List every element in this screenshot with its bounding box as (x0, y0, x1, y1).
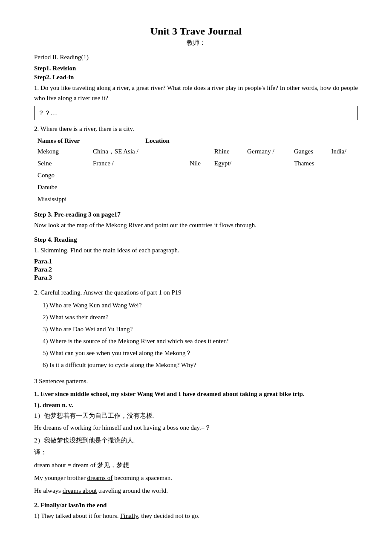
example2: He always dreams about traveling around … (34, 486, 358, 496)
table-row: Mississippi (34, 193, 358, 205)
list-item: 3) Who are Dao Wei and Yu Hang? (43, 324, 358, 334)
para2-label: Para.2 (34, 266, 358, 273)
river-danube: Danube (34, 181, 89, 193)
col-header-location: Location (89, 136, 186, 145)
step1-heading: Step1. Revision (34, 65, 358, 72)
ganges-loc: India/ (328, 145, 358, 157)
step3-text: Now look at the map of the Mekong River … (34, 220, 358, 230)
step4-heading: Step 4. Reading (34, 236, 358, 243)
empty16 (89, 193, 186, 205)
example1: My younger brother dreams of becoming a … (34, 473, 358, 483)
table-row: Congo (34, 169, 358, 181)
empty1 (186, 145, 211, 157)
nile: Nile (186, 157, 211, 169)
list-item: 6) Is it a difficult journey to cycle al… (43, 360, 358, 370)
col-header-river: Names of River (34, 136, 89, 145)
empty13 (244, 181, 291, 193)
teacher-line: 教师： (34, 39, 358, 47)
chinese1: 1）他梦想着有一天为自己工作，没有老板. (34, 410, 358, 421)
table-row: Danube (34, 181, 358, 193)
chinese2: 2）我做梦也没想到他是个撒谎的人. (34, 435, 358, 445)
input-box[interactable]: ？？… (34, 106, 358, 120)
empty11 (186, 181, 211, 193)
empty19 (244, 193, 291, 205)
empty21 (328, 193, 358, 205)
question-list: 1) Who are Wang Kun and Wang Wei? 2) Wha… (34, 300, 358, 370)
dream-about: dream about = dream of 梦见，梦想 (34, 460, 358, 470)
mekong-loc: China，SE Asia / (89, 145, 186, 157)
seine-loc: France / (89, 157, 186, 169)
empty5 (186, 169, 211, 181)
river-seine: Seine (34, 157, 89, 169)
english1: He dreams of working for himself and not… (34, 422, 358, 433)
empty14 (291, 181, 328, 193)
dream-subhead: 1). dream n. v. (34, 402, 358, 409)
list-item: 1) Who are Wang Kun and Wang Wei? (43, 300, 358, 310)
question1-text: 1. Do you like traveling along a river, … (34, 83, 358, 103)
empty18 (211, 193, 244, 205)
list-item: 2) What was their dream? (43, 312, 358, 322)
col-header-4 (211, 136, 244, 145)
col-header-6 (291, 136, 328, 145)
empty10 (89, 181, 186, 193)
rhine: Rhine (211, 145, 244, 157)
list-item: 4) Where is the source of the Mekong Riv… (43, 336, 358, 346)
empty6 (211, 169, 244, 181)
empty2 (244, 157, 291, 169)
empty20 (291, 193, 328, 205)
question2-text: 2. Where there is a river, there is a ci… (34, 124, 358, 134)
thames: Thames (291, 157, 328, 169)
empty4 (89, 169, 186, 181)
finally-example: 1) They talked about it for hours. Final… (34, 511, 358, 521)
ganges: Ganges (291, 145, 328, 157)
step3-heading: Step 3. Pre-reading 3 on page17 (34, 211, 358, 218)
col-header-5 (244, 136, 291, 145)
river-congo: Congo (34, 169, 89, 181)
empty15 (328, 181, 358, 193)
period-line: Period II. Reading(1) (34, 52, 358, 62)
nile-loc: Egypt/ (211, 157, 244, 169)
bold-sentence1: 1. Ever since middle school, my sister W… (34, 389, 358, 399)
col-header-3 (186, 136, 211, 145)
empty9 (328, 169, 358, 181)
sentences-label: 3 Sentences patterns. (34, 376, 358, 386)
river-mississippi: Mississippi (34, 193, 89, 205)
col-header-7 (328, 136, 358, 145)
bold-sentence2: 2. Finally/at last/in the end (34, 502, 358, 509)
empty8 (291, 169, 328, 181)
river-table-container: Names of River Location Mekong China，SE … (34, 136, 358, 205)
table-row: Mekong China，SE Asia / Rhine Germany / G… (34, 145, 358, 157)
skimming-text: 1. Skimming. Find out the main ideas of … (34, 245, 358, 255)
empty17 (186, 193, 211, 205)
empty7 (244, 169, 291, 181)
page-title: Unit 3 Trave Journal (34, 26, 358, 37)
empty12 (211, 181, 244, 193)
step2-heading: Step2. Lead-in (34, 74, 358, 81)
careful-reading-text: 2. Careful reading. Answer the queations… (34, 287, 358, 298)
empty3 (328, 157, 358, 169)
river-table: Names of River Location Mekong China，SE … (34, 136, 358, 205)
list-item: 5) What can you see when you travel alon… (43, 348, 358, 358)
para3-label: Para.3 (34, 274, 358, 281)
table-row: Seine France / Nile Egypt/ Thames (34, 157, 358, 169)
river-mekong: Mekong (34, 145, 89, 157)
para1-label: Para.1 (34, 258, 358, 265)
translation-label: 译： (34, 447, 358, 457)
rhine-loc: Germany / (244, 145, 291, 157)
